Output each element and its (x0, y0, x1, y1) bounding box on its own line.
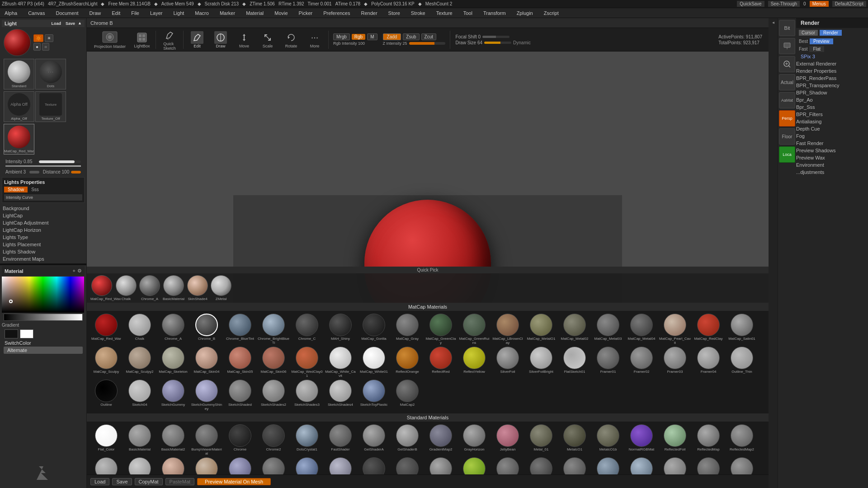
intensity-slider[interactable] (39, 160, 81, 163)
bpr-transparency-row[interactable]: BPR_Transparency (796, 82, 868, 89)
focal-slider[interactable] (482, 36, 509, 38)
move-btn[interactable]: Move (233, 30, 255, 49)
props-lights-shadow[interactable]: Lights Shadow (0, 248, 86, 255)
standard-item-6[interactable]: DotsCrystal1 (291, 424, 323, 455)
antialiasing-row[interactable]: Antialiasing (796, 118, 868, 125)
props-lightcap-adj[interactable]: LightCap Adjustment (0, 219, 86, 226)
matcap-item-7[interactable]: MAH_Shiny (325, 314, 356, 345)
matcap-item-19[interactable]: MatCap_Satin01 (726, 314, 758, 345)
standard-item-18[interactable]: ReflectedMap (693, 424, 724, 455)
qp-item-0[interactable]: MatCap_Red_Wax (90, 275, 113, 301)
render-local-icon[interactable]: Loca (779, 146, 795, 163)
menus-btn[interactable]: Menus (810, 1, 829, 7)
swatch-black[interactable] (5, 329, 18, 338)
preview-wax-row[interactable]: Preview Wax (796, 154, 868, 161)
menu-light[interactable]: Light (170, 9, 187, 17)
render-scroll-icon[interactable] (779, 38, 795, 54)
bpr-shadow-row[interactable]: BPR_Shadow (796, 89, 868, 96)
fog-row[interactable]: Fog (796, 132, 868, 140)
props-lightcap-hor[interactable]: LightCap Horizon (0, 226, 86, 234)
matcap-item-3[interactable]: Chrome_B (191, 314, 222, 345)
standard-item-29[interactable]: Hair2 (392, 457, 423, 474)
standard-item-27[interactable]: Binn (325, 457, 356, 474)
fast-render-row[interactable]: Fast Render (796, 140, 868, 147)
matcap-item-30[interactable]: ReflectRed (425, 347, 457, 378)
qp-item-2[interactable]: Chrome_A (139, 275, 160, 301)
matcap-item-32[interactable]: SilverFoil (492, 347, 524, 378)
light-save-btn[interactable]: Save (64, 21, 77, 26)
matcap-item-44[interactable]: SketchShaded (224, 380, 256, 411)
matcap-item-18[interactable]: MatCap_RedClay (693, 314, 724, 345)
zadd-btn[interactable]: Zadd (383, 33, 401, 40)
standard-item-24[interactable]: SphericalImmunity (224, 457, 256, 474)
zcut-btn[interactable]: Zcut (421, 33, 436, 40)
matcap-item-23[interactable]: MatCap_Skin04 (191, 347, 222, 378)
menu-canvas[interactable]: Canvas (25, 9, 47, 17)
adjustments-row[interactable]: ...djustments (796, 169, 868, 176)
standard-item-20[interactable]: ReflectedPlastic (90, 457, 122, 474)
props-background[interactable]: Background (0, 205, 86, 212)
standard-item-2[interactable]: BasicMaterial2 (157, 424, 189, 455)
depth-cue-row[interactable]: Depth Cue (796, 125, 868, 132)
standard-item-22[interactable]: SkinShade4 (157, 457, 189, 474)
standard-item-7[interactable]: FastShader (325, 424, 356, 455)
render-persp-icon[interactable]: Persp (779, 110, 795, 127)
intensity-curve-bar[interactable]: Intensity Curve (4, 194, 82, 201)
light-btn-4[interactable]: ○ (42, 43, 49, 51)
cursor-btn[interactable]: Cursor (799, 30, 818, 36)
mrgb-btn[interactable]: Mrgb (333, 33, 350, 40)
standard-item-35[interactable]: TriShaders (592, 457, 624, 474)
distance-slider[interactable] (71, 171, 81, 174)
qp-item-5[interactable]: ZMetal (211, 275, 231, 301)
lightbox-btn[interactable]: LightBox (131, 30, 153, 49)
matcap-item-22[interactable]: MatCap_Skeleton (157, 347, 189, 378)
menu-picker[interactable]: Picker (296, 9, 316, 17)
matcap-item-5[interactable]: Chrome_BrightBlueTi (258, 314, 289, 345)
paste-mat-btn[interactable]: PasteMat (165, 478, 194, 485)
standard-item-3[interactable]: BumpViewerMaterial (191, 424, 222, 455)
preview-material-btn[interactable]: Preview Material On Mesh (197, 478, 271, 485)
menu-zscript[interactable]: Zscript (541, 9, 561, 17)
matcap-item-10[interactable]: MatCap_GreenClay (425, 314, 457, 345)
light-btn-2[interactable]: ☀ (45, 34, 53, 42)
light-load-btn[interactable]: Load (50, 21, 63, 26)
standard-item-23[interactable]: SoftPlastic (191, 457, 222, 474)
draw-size-slider[interactable] (484, 42, 511, 44)
menu-movie[interactable]: Movie (272, 9, 290, 17)
projection-master-btn[interactable]: Projection Master (90, 29, 129, 50)
props-lightcap[interactable]: LightCap (0, 212, 86, 219)
matcap-item-16[interactable]: MatCap_Metal04 (626, 314, 657, 345)
standard-item-34[interactable]: DoubleShade1 (559, 457, 590, 474)
render-bit-icon[interactable]: Bit (779, 20, 795, 36)
m-btn[interactable]: M (367, 33, 377, 40)
more-btn[interactable]: ··· More (304, 30, 326, 49)
matcap-item-8[interactable]: MatCap_Gorilla (358, 314, 390, 345)
shadow-btn[interactable]: Shadow (4, 187, 28, 192)
qp-item-4[interactable]: SkinShade4 (187, 275, 208, 301)
standard-item-38[interactable]: FastOverlay (693, 457, 724, 474)
matcap-item-6[interactable]: Chrome_C (291, 314, 323, 345)
standard-item-17[interactable]: ReflectedFoil (659, 424, 691, 455)
standard-item-33[interactable]: DarkenEdge (525, 457, 557, 474)
props-lights-placement[interactable]: Lights Placement (0, 241, 86, 248)
standard-item-37[interactable]: Fibers1 (659, 457, 691, 474)
matcap-item-41[interactable]: Sketch04 (124, 380, 156, 411)
right-strip-icon-1[interactable]: ◂ (772, 20, 774, 25)
edit-btn[interactable]: Edit (186, 30, 208, 49)
dynamic-label[interactable]: Dynamic (513, 40, 531, 45)
matcap-item-42[interactable]: SketchGummy (157, 380, 189, 411)
render-properties-row[interactable]: Render Properties (796, 67, 868, 75)
matcap-item-31[interactable]: ReflectYellow (458, 347, 490, 378)
matcap-item-1[interactable]: Chalk (124, 314, 156, 345)
matcap-item-35[interactable]: Framer01 (592, 347, 624, 378)
menu-macro[interactable]: Macro (192, 9, 212, 17)
standard-item-32[interactable]: BasicMaterial8 (492, 457, 524, 474)
standard-item-1[interactable]: BasicMaterial (124, 424, 156, 455)
matcap-item-38[interactable]: Framer04 (693, 347, 724, 378)
alternate-btn[interactable]: Alternate (4, 347, 83, 354)
menu-marker[interactable]: Marker (217, 9, 238, 17)
flat-btn[interactable]: Flat (809, 46, 824, 52)
menu-material[interactable]: Material (243, 9, 266, 17)
standard-item-36[interactable]: QuadShaders (626, 457, 657, 474)
standard-item-12[interactable]: JellyBean (492, 424, 524, 455)
